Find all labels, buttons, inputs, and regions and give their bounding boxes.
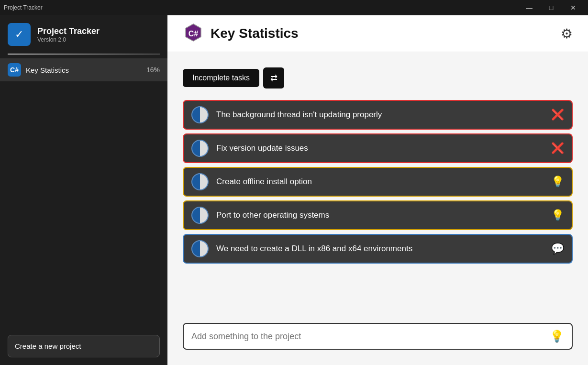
- sidebar-divider: [8, 54, 160, 55]
- sidebar-item-icon: C#: [8, 63, 21, 77]
- task-status-icon: 💡: [551, 176, 564, 188]
- task-icon: [191, 173, 209, 190]
- csharp-icon: C#: [10, 66, 19, 74]
- task-icon: [191, 207, 209, 224]
- task-status-icon: 💡: [551, 209, 564, 221]
- task-item[interactable]: The background thread isn't updating pro…: [183, 100, 573, 130]
- add-task-input[interactable]: [191, 332, 544, 342]
- content-area: C# Key Statistics ⚙ Incomplete tasks ⇄ T…: [167, 15, 588, 365]
- content-header: C# Key Statistics ⚙: [167, 15, 588, 52]
- task-icon: [191, 140, 209, 157]
- content-title: Key Statistics: [211, 26, 299, 41]
- title-bar-left: Project Tracker: [4, 4, 43, 11]
- incomplete-tasks-filter-button[interactable]: Incomplete tasks: [183, 69, 259, 87]
- sidebar-logo-icon: ✓: [8, 23, 31, 46]
- content-logo: C#: [183, 23, 204, 44]
- add-input-bulb-icon: 💡: [550, 330, 564, 343]
- task-item[interactable]: Fix version update issues ❌: [183, 133, 573, 163]
- sidebar-app-version: Version 2.0: [37, 36, 100, 43]
- minimize-button[interactable]: —: [518, 0, 540, 15]
- main-layout: ✓ Project Tracker Version 2.0 C# Key Sta…: [0, 15, 588, 365]
- task-item[interactable]: We need to create a DLL in x86 and x64 e…: [183, 234, 573, 264]
- task-status-icon: ❌: [551, 109, 564, 121]
- task-status-icon: ❌: [551, 142, 564, 155]
- task-text: Create offline install option: [216, 177, 544, 187]
- task-item[interactable]: Port to other operating systems 💡: [183, 200, 573, 230]
- sidebar-header: ✓ Project Tracker Version 2.0: [0, 15, 167, 50]
- task-icon: [191, 106, 209, 123]
- title-bar-title: Project Tracker: [4, 4, 43, 11]
- content-footer: 💡: [167, 323, 588, 365]
- task-list: The background thread isn't updating pro…: [183, 100, 573, 308]
- filter-bar: Incomplete tasks ⇄: [183, 67, 573, 88]
- sidebar-app-name: Project Tracker: [37, 26, 100, 36]
- task-text: We need to create a DLL in x86 and x64 e…: [216, 244, 544, 254]
- task-text: Port to other operating systems: [216, 210, 544, 220]
- content-body: Incomplete tasks ⇄ The background thread…: [167, 52, 588, 323]
- task-item[interactable]: Create offline install option 💡: [183, 167, 573, 197]
- task-text: The background thread isn't updating pro…: [216, 110, 544, 120]
- sidebar-footer: Create a new project: [0, 327, 167, 365]
- sidebar-item-key-statistics[interactable]: C# Key Statistics 16%: [0, 58, 167, 81]
- title-bar: Project Tracker — □ ✕: [0, 0, 588, 15]
- close-button[interactable]: ✕: [562, 0, 584, 15]
- sidebar: ✓ Project Tracker Version 2.0 C# Key Sta…: [0, 15, 167, 365]
- title-bar-controls: — □ ✕: [518, 0, 584, 15]
- toggle-filter-button[interactable]: ⇄: [263, 67, 284, 88]
- settings-icon[interactable]: ⚙: [561, 26, 573, 42]
- content-header-left: C# Key Statistics: [183, 23, 299, 44]
- sidebar-item-badge: 16%: [146, 66, 160, 74]
- task-status-icon: 💬: [551, 243, 564, 255]
- maximize-button[interactable]: □: [540, 0, 562, 15]
- task-text: Fix version update issues: [216, 144, 544, 153]
- sidebar-app-info: Project Tracker Version 2.0: [37, 26, 100, 43]
- sidebar-nav: C# Key Statistics 16%: [0, 58, 167, 327]
- add-input-wrapper: 💡: [183, 323, 573, 350]
- task-icon: [191, 240, 209, 257]
- create-project-button[interactable]: Create a new project: [8, 335, 160, 357]
- sidebar-item-label: Key Statistics: [26, 66, 142, 74]
- svg-text:C#: C#: [189, 30, 199, 38]
